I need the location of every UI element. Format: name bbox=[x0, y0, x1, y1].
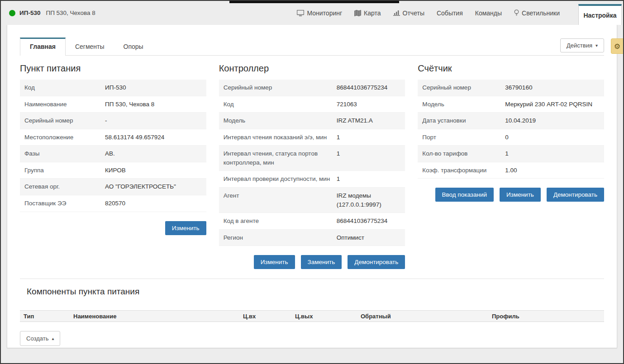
bar-chart-icon bbox=[393, 10, 400, 16]
top-bar: ИП-530 ПП 530, Чехова 8 Мониторинг Карта bbox=[1, 1, 623, 25]
meter-rows: Серийный номер36790160 МодельМеркурий 23… bbox=[418, 80, 604, 179]
nav-label: Светильники bbox=[522, 9, 560, 17]
nav-item-luminaires[interactable]: Светильники bbox=[514, 9, 560, 17]
section-title: Пункт питания bbox=[20, 63, 206, 74]
enter-readings-button[interactable]: Ввод показаний bbox=[435, 188, 494, 202]
section-divider bbox=[20, 279, 604, 279]
dismantle-controller-button[interactable]: Демонтировать bbox=[348, 255, 405, 269]
column-header-circuit-out: Ц.вых bbox=[291, 313, 357, 320]
section-components: Компоненты пункта питания Тип Наименован… bbox=[20, 287, 604, 346]
nav-label: События bbox=[437, 9, 463, 17]
controller-actions: Изменить Заменить Демонтировать bbox=[219, 255, 405, 269]
chevron-up-icon: ▴ bbox=[52, 336, 54, 341]
nav-item-settings-active[interactable]: Настройка bbox=[578, 4, 622, 25]
column-header-circuit-in: Ц.вх bbox=[239, 313, 291, 320]
edit-power-point-button[interactable]: Изменить bbox=[165, 221, 206, 235]
dismantle-meter-button[interactable]: Демонтировать bbox=[547, 188, 604, 202]
table-row: Местоположение58.613174 49.657924 bbox=[20, 129, 206, 146]
table-row: Коэф. трансформации1.00 bbox=[418, 162, 604, 179]
table-row: АгентIRZ модемы (127.0.0.1:9997) bbox=[219, 188, 405, 213]
replace-controller-button[interactable]: Заменить bbox=[301, 255, 342, 269]
components-table-header: Тип Наименование Ц.вх Ц.вых Обратный Про… bbox=[20, 310, 604, 322]
info-columns: Пункт питания КодИП-530 НаименованиеПП 5… bbox=[20, 63, 604, 269]
table-row: Интервал чтения, статуса портов контролл… bbox=[219, 146, 405, 171]
nav-label: Команды bbox=[475, 9, 502, 17]
tab-supports[interactable]: Опоры bbox=[114, 38, 153, 55]
table-row: МодельМеркурий 230 ART-02 PQRSIN bbox=[418, 96, 604, 113]
section-title: Счётчик bbox=[418, 63, 604, 74]
meter-actions: Ввод показаний Изменить Демонтировать bbox=[418, 188, 604, 202]
table-row: Дата установки10.04.2019 bbox=[418, 113, 604, 129]
bulb-icon bbox=[514, 9, 519, 16]
tab-main[interactable]: Главная bbox=[20, 38, 66, 56]
column-header-name: Наименование bbox=[70, 313, 239, 320]
edit-meter-button[interactable]: Изменить bbox=[500, 188, 541, 202]
gear-icon: ⚙ bbox=[614, 42, 620, 51]
create-label: Создать bbox=[26, 335, 48, 342]
nav-item-events[interactable]: События bbox=[437, 9, 463, 17]
chevron-down-icon: ▾ bbox=[595, 43, 598, 48]
table-row: Сетевая орг.АО "ГОРЭЛЕКТРОСЕТЬ" bbox=[20, 179, 206, 195]
table-row: Порт0 bbox=[418, 129, 604, 146]
object-name: ПП 530, Чехова 8 bbox=[46, 9, 95, 16]
table-row: ГруппаКИРОВ bbox=[20, 162, 206, 179]
column-header-profile: Профиль bbox=[488, 313, 604, 320]
section-controller: Контроллер Серийный номер868441036775234… bbox=[219, 63, 405, 269]
object-status: ИП-530 ПП 530, Чехова 8 bbox=[9, 9, 95, 16]
table-row: Интервал проверки доступности, мин1 bbox=[219, 171, 405, 188]
table-row: ФазыAB. bbox=[20, 146, 206, 162]
table-row: Код721063 bbox=[219, 96, 405, 113]
table-row: Код в агенте868441036775234 bbox=[219, 213, 405, 230]
power-point-rows: КодИП-530 НаименованиеПП 530, Чехова 8 С… bbox=[20, 80, 206, 212]
nav-item-monitoring[interactable]: Мониторинг bbox=[297, 9, 342, 17]
nav-item-map[interactable]: Карта bbox=[354, 9, 381, 17]
map-icon bbox=[354, 10, 361, 16]
table-row: Серийный номер- bbox=[20, 113, 206, 129]
nav-item-reports[interactable]: Отчеты bbox=[393, 9, 424, 17]
nav-label: Карта bbox=[364, 9, 381, 17]
nav-label: Настройка bbox=[583, 12, 616, 19]
nav-item-commands[interactable]: Команды bbox=[475, 9, 502, 17]
table-row: Серийный номер868441036775234 bbox=[219, 80, 405, 96]
table-row: Поставщик ЭЭ820570 bbox=[20, 195, 206, 212]
app-window: ИП-530 ПП 530, Чехова 8 Мониторинг Карта bbox=[0, 0, 624, 364]
table-row: КодИП-530 bbox=[20, 80, 206, 96]
monitor-icon bbox=[297, 10, 304, 16]
main-nav: Мониторинг Карта Отчеты События Команды bbox=[297, 1, 615, 25]
tab-strip: Главная Сегменты Опоры Действия ▾ bbox=[20, 37, 604, 56]
settings-flap[interactable]: ⚙ bbox=[611, 38, 623, 54]
actions-label: Действия bbox=[567, 42, 592, 49]
column-header-reverse: Обратный bbox=[357, 313, 488, 320]
table-row: МодельIRZ ATM21.A bbox=[219, 113, 405, 129]
create-dropdown-button[interactable]: Создать ▴ bbox=[20, 331, 60, 346]
table-row: Серийный номер36790160 bbox=[418, 80, 604, 96]
section-meter: Счётчик Серийный номер36790160 МодельМер… bbox=[418, 63, 604, 269]
actions-dropdown-button[interactable]: Действия ▾ bbox=[560, 38, 604, 52]
page: ⚙ Главная Сегменты Опоры Действия ▾ Пунк… bbox=[1, 25, 623, 348]
table-row: РегионОптимист bbox=[219, 230, 405, 246]
column-header-type: Тип bbox=[20, 313, 70, 320]
edit-controller-button[interactable]: Изменить bbox=[254, 255, 295, 269]
table-row: Кол-во тарифов1 bbox=[418, 146, 604, 162]
tab-segments[interactable]: Сегменты bbox=[66, 38, 114, 55]
object-code: ИП-530 bbox=[19, 9, 40, 16]
section-title: Контроллер bbox=[219, 63, 405, 74]
window-top-shadow bbox=[229, 1, 399, 3]
nav-label: Отчеты bbox=[403, 9, 424, 17]
table-row: НаименованиеПП 530, Чехова 8 bbox=[20, 96, 206, 113]
content-card: Главная Сегменты Опоры Действия ▾ Пункт … bbox=[7, 25, 617, 348]
table-row: Интервал чтения показаний э/э, мин1 bbox=[219, 129, 405, 146]
status-online-dot bbox=[9, 10, 15, 16]
components-title: Компоненты пункта питания bbox=[27, 287, 604, 297]
power-point-actions: Изменить bbox=[20, 221, 206, 235]
section-power-point: Пункт питания КодИП-530 НаименованиеПП 5… bbox=[20, 63, 206, 269]
nav-label: Мониторинг bbox=[307, 9, 342, 17]
controller-rows: Серийный номер868441036775234 Код721063 … bbox=[219, 80, 405, 246]
